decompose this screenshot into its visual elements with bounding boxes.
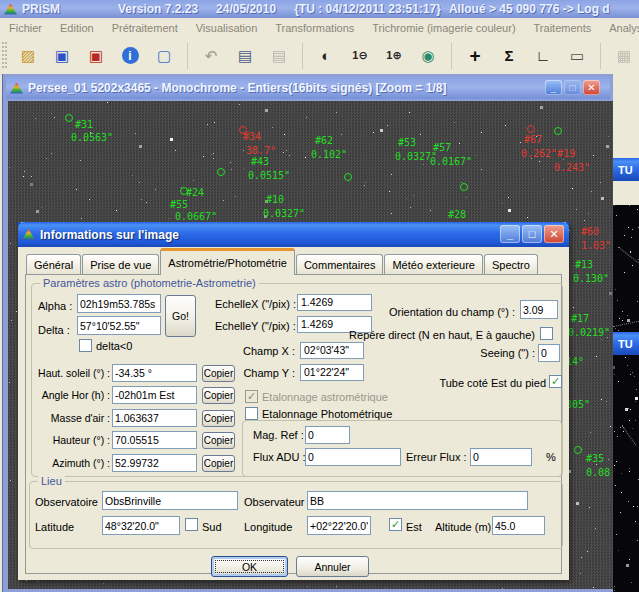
background-window-titlebar[interactable]: TU — [613, 158, 639, 181]
dialog-close-button[interactable]: ✕ — [544, 225, 564, 243]
copier-button-4[interactable]: Copier — [202, 455, 235, 472]
tab-commentaires[interactable]: Commentaires — [296, 254, 384, 275]
copier-button-0[interactable]: Copier — [202, 365, 235, 382]
tu-title-fragment: TU — [618, 164, 633, 176]
dialog-maximize-button[interactable]: □ — [522, 225, 542, 243]
menu-item-pretraitement[interactable]: Prétraitement — [103, 22, 187, 34]
sum-sigma-icon[interactable]: Σ — [497, 43, 521, 69]
app-name: PRiSM — [22, 2, 60, 16]
star-annotation: 0.102" — [311, 150, 347, 160]
delta-input[interactable] — [77, 316, 161, 335]
image-window-close-button[interactable]: ✕ — [583, 80, 600, 95]
dialog-title: Informations sur l'image — [40, 228, 179, 242]
est-label: Est — [406, 521, 422, 533]
parametres-astro-caption: Paramètres astro (photometrie-Astrometri… — [40, 277, 259, 289]
image-window-titlebar[interactable]: Persee_01 5202x3465 - Monochrome - Entie… — [6, 77, 610, 99]
masse-d-air-input[interactable] — [112, 409, 197, 427]
menu-item-traitements[interactable]: Traitements — [525, 22, 601, 34]
masse-d-air-label: Masse d'air : — [34, 412, 110, 424]
angle-hor-h-input[interactable] — [112, 386, 197, 404]
star-marker — [574, 446, 582, 454]
delta-negative-checkbox[interactable] — [79, 339, 92, 352]
open-image-icon[interactable]: ▨ — [16, 43, 40, 69]
champx-value: 02°03'43" — [300, 342, 364, 359]
menu-item-trichromie-imagerie-couleur[interactable]: Trichromie (imagerie couleur) — [363, 22, 524, 34]
loupe-icon[interactable]: ◉ — [416, 43, 440, 69]
tube-est-label: Tube coté Est du pied — [439, 377, 546, 389]
haut-soleil-label: Haut. soleil (°) : — [34, 367, 110, 379]
star-annotation: #28 — [448, 210, 466, 220]
tube-est-checkbox[interactable]: ✓ — [549, 375, 562, 388]
select-region-icon[interactable]: ▭ — [565, 43, 589, 69]
azimuth-input[interactable] — [112, 454, 197, 472]
observateur-input[interactable] — [307, 491, 528, 510]
annuler-button[interactable]: Annuler — [296, 556, 369, 577]
zoom-out-icon[interactable]: 1⊖ — [348, 43, 372, 69]
image-window-minimize-button[interactable]: _ — [545, 80, 562, 95]
copy-image-icon[interactable]: ▤ — [233, 43, 257, 69]
etalonnage-astrometrique-label: Etalonnage astrométrique — [262, 391, 388, 403]
erreur-flux-input[interactable] — [470, 448, 532, 466]
threshold-contrast-icon[interactable]: ◐ — [314, 43, 338, 69]
star-annotation: 0.0219" — [568, 328, 610, 338]
save-image-red-icon[interactable]: ▣ — [84, 43, 108, 69]
seeing-input[interactable] — [538, 344, 560, 362]
ok-button[interactable]: OK — [211, 556, 288, 577]
go-button[interactable]: Go! — [165, 295, 196, 337]
etalonnage-photometrique-checkbox[interactable] — [245, 407, 258, 420]
seeing-label: Seeing (") : — [480, 347, 535, 359]
delta-negative-label: delta<0 — [96, 340, 132, 352]
dialog-titlebar[interactable]: Informations sur l'image _ □ ✕ — [18, 222, 569, 247]
menu-item-visualisation[interactable]: Visualisation — [187, 22, 267, 34]
champy-value: 01°22'24" — [300, 364, 364, 381]
menu-item-transformations[interactable]: Transformations — [266, 22, 363, 34]
est-checkbox[interactable]: ✓ — [389, 518, 402, 531]
azimuth-label: Azimuth (°) : — [34, 457, 110, 469]
save-image-blue-icon[interactable]: ▣ — [50, 43, 74, 69]
image-window-icon[interactable]: ▢ — [152, 43, 176, 69]
image-info-icon[interactable]: i — [118, 43, 142, 69]
sud-checkbox[interactable] — [185, 518, 198, 531]
star-annotation: #67 — [524, 135, 542, 145]
dialog-minimize-button[interactable]: _ — [500, 225, 520, 243]
etalonnage-photometrique-label: Etalonnage Photométrique — [262, 408, 392, 420]
repere-direct-checkbox[interactable] — [540, 327, 553, 340]
champy-label: Champ Y : — [237, 367, 295, 379]
mag-ref-input[interactable] — [305, 426, 350, 444]
menu-item-analyse[interactable]: Analyse — [600, 22, 639, 34]
champx-label: Champ X : — [237, 345, 295, 357]
haut-soleil-input[interactable] — [112, 364, 197, 382]
menu-item-edition[interactable]: Edition — [51, 22, 103, 34]
tab-general[interactable]: Général — [26, 254, 81, 275]
tab-prise-de-vue[interactable]: Prise de vue — [82, 254, 159, 275]
echelley-label: EchelleY ("/pix) : — [215, 320, 296, 332]
toolbar-grip[interactable] — [2, 42, 7, 70]
copier-button-1[interactable]: Copier — [202, 387, 235, 404]
dialog-icon — [22, 229, 35, 240]
observatoire-input[interactable] — [102, 491, 238, 510]
copier-button-3[interactable]: Copier — [202, 432, 235, 449]
alpha-input[interactable] — [77, 294, 161, 313]
menu-item-fichier[interactable]: Fichier — [0, 22, 51, 34]
hauteur-input[interactable] — [112, 431, 197, 449]
paste-image-icon: ▤ — [267, 43, 291, 69]
crosshair-icon[interactable]: + — [463, 43, 487, 69]
orientation-input[interactable] — [520, 300, 558, 319]
lieu-caption: Lieu — [38, 475, 65, 487]
tab-spectro[interactable]: Spectro — [484, 254, 538, 275]
erreur-flux-unit: % — [546, 451, 556, 463]
zoom-in-icon[interactable]: 1⊕ — [382, 43, 406, 69]
latitude-input[interactable] — [102, 516, 180, 535]
parametres-astro-group: Paramètres astro (photometrie-Astrometri… — [31, 283, 563, 477]
etalonnage-astrometrique-checkbox: ✓ — [245, 390, 258, 403]
plot-profile-icon[interactable]: ∟ — [531, 43, 555, 69]
longitude-input[interactable] — [307, 516, 371, 535]
sky-chart-window: TU — [613, 205, 639, 592]
altitude-input[interactable] — [492, 516, 545, 535]
flux-adu-input[interactable] — [305, 448, 401, 466]
tab-meteo-exterieure[interactable]: Météo exterieure — [384, 254, 483, 275]
tab-astrometrie-photometrie[interactable]: Astrométrie/Photométrie — [160, 248, 295, 275]
background-window-titlebar-2[interactable]: TU — [613, 332, 639, 355]
copier-button-2[interactable]: Copier — [202, 410, 235, 427]
star-marker — [65, 114, 73, 122]
